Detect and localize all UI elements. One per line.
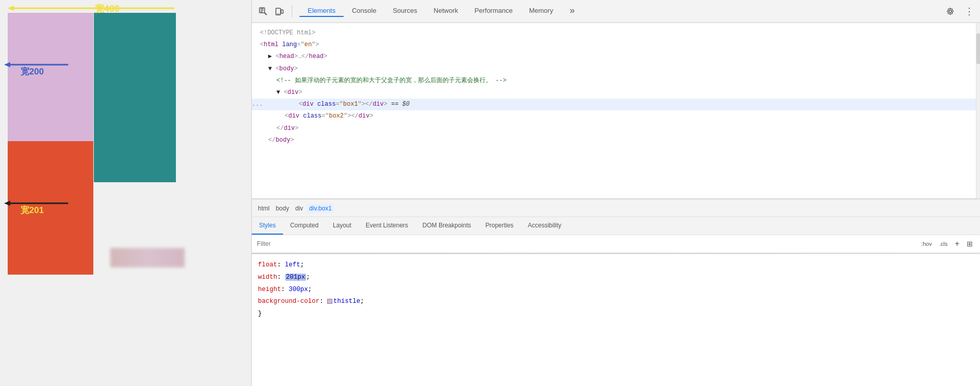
add-style-button[interactable]: + (953, 238, 962, 249)
box-teal (94, 13, 176, 182)
arrow-yellow (8, 4, 177, 12)
breadcrumb-box1[interactable]: div.box1 (307, 204, 334, 213)
html-tree-scrollbar (976, 23, 980, 198)
css-float-prop: float (258, 261, 277, 268)
devtools-tabs: Elements Console Sources Network Perform… (299, 5, 943, 17)
style-tab-accessibility[interactable]: Accessibility (521, 217, 568, 235)
svg-rect-12 (281, 10, 283, 13)
tree-line-head[interactable]: ▶ <head>…</head> (252, 51, 980, 63)
css-block: float: left; (258, 259, 974, 272)
label-400: 宽400 (95, 3, 119, 15)
tree-line-box2[interactable]: <div class="box2"></div> (252, 110, 980, 122)
tab-performance[interactable]: Performance (466, 5, 521, 17)
scroll-indicator (252, 253, 980, 254)
styles-panel: :hov .cls + ⊞ float: left; width: 201px; (252, 235, 980, 386)
svg-line-7 (265, 13, 267, 15)
css-bgcolor-line: background-color: thistle; (258, 296, 974, 308)
tree-line-html[interactable]: <html lang="en"> (252, 39, 980, 51)
toolbar-right: ⋮ (943, 4, 976, 18)
label-201: 宽201 (21, 204, 44, 216)
blurred-image (110, 248, 185, 267)
tree-line-body-close[interactable]: </body> (252, 134, 980, 146)
filter-right: :hov .cls + ⊞ (919, 238, 975, 249)
style-tab-styles[interactable]: Styles (252, 217, 283, 235)
html-tree: <!DOCTYPE html> <html lang="en"> ▶ <head… (252, 23, 980, 199)
svg-point-14 (949, 10, 952, 12)
filter-input[interactable] (257, 240, 919, 247)
filter-bar: :hov .cls + ⊞ (252, 235, 980, 253)
css-bgcolor-prop: background-color (258, 298, 319, 305)
label-200: 宽200 (21, 66, 44, 78)
style-tab-dom-breakpoints[interactable]: DOM Breakpoints (415, 217, 478, 235)
style-tab-computed[interactable]: Computed (283, 217, 326, 235)
settings-icon[interactable] (943, 4, 957, 18)
hov-button[interactable]: :hov (919, 240, 934, 248)
devtools-toolbar: Elements Console Sources Network Perform… (252, 0, 980, 23)
tree-line-doctype[interactable]: <!DOCTYPE html> (252, 27, 980, 39)
tree-line-comment[interactable]: <!-- 如果浮动的子元素的宽的和大于父盒子的宽，那么后面的子元素会换行。 --… (252, 75, 980, 87)
tree-line-div-close[interactable]: </div> (252, 123, 980, 134)
webpage-preview: 宽400 宽200 宽201 (0, 0, 251, 386)
toolbar-icons (256, 4, 295, 18)
device-icon[interactable] (272, 4, 287, 18)
css-height-line: height: 300px; (258, 284, 974, 296)
expand-button[interactable]: ⊞ (965, 239, 975, 249)
tree-dots[interactable]: ... (252, 100, 263, 109)
svg-marker-3 (4, 62, 10, 67)
tab-memory[interactable]: Memory (521, 5, 562, 17)
tab-elements[interactable]: Elements (299, 5, 344, 17)
css-closing-brace: } (258, 308, 974, 320)
breadcrumb-body[interactable]: body (274, 204, 291, 213)
tree-line-box1[interactable]: ... <div class="box1"></div> == $0 (252, 99, 980, 110)
tab-console[interactable]: Console (344, 5, 385, 17)
css-width-val[interactable]: 201px (285, 274, 307, 281)
css-bgcolor-val[interactable]: thistle (333, 298, 361, 305)
style-tab-properties[interactable]: Properties (478, 217, 521, 235)
scrollbar-thumb[interactable] (976, 33, 980, 64)
svg-marker-5 (4, 201, 10, 206)
color-swatch[interactable] (327, 299, 332, 304)
breadcrumb-bar: html body div div.box1 (252, 199, 980, 217)
toolbar-divider (292, 5, 292, 17)
cls-button[interactable]: .cls (937, 240, 950, 248)
style-tab-layout[interactable]: Layout (326, 217, 358, 235)
css-float-val[interactable]: left (285, 261, 301, 268)
css-width-prop: width (258, 274, 277, 281)
breadcrumb-div[interactable]: div (293, 204, 305, 213)
style-tab-event-listeners[interactable]: Event Listeners (358, 217, 415, 235)
css-height-prop: height (258, 286, 281, 293)
tab-network[interactable]: Network (426, 5, 467, 17)
more-options-icon[interactable]: ⋮ (962, 4, 976, 18)
inspect-icon[interactable] (256, 4, 270, 18)
devtools-main: <!DOCTYPE html> <html lang="en"> ▶ <head… (252, 23, 980, 386)
breadcrumb-html[interactable]: html (256, 204, 272, 213)
css-height-val[interactable]: 300px (289, 286, 308, 293)
css-width-line: width: 201px; (258, 272, 974, 284)
tree-line-body[interactable]: ▼ <body> (252, 63, 980, 75)
tree-line-div[interactable]: ▼ <div> (252, 87, 980, 99)
tab-more[interactable]: » (562, 5, 583, 17)
devtools-bottom: html body div div.box1 Styles Computed L… (252, 199, 980, 386)
styles-content: float: left; width: 201px; height: 300px… (252, 255, 980, 324)
style-tabs-bar: Styles Computed Layout Event Listeners D… (252, 217, 980, 235)
tab-sources[interactable]: Sources (385, 5, 426, 17)
svg-marker-1 (8, 6, 14, 11)
devtools-panel: Elements Console Sources Network Perform… (251, 0, 980, 386)
